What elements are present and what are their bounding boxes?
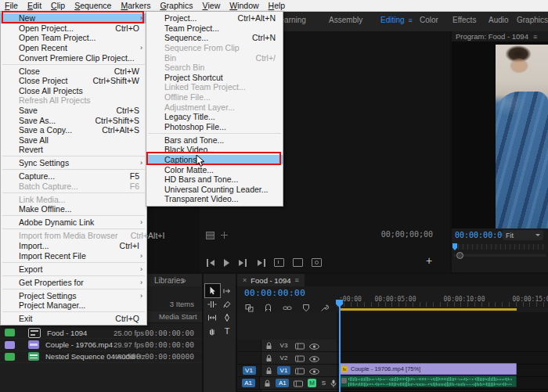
- track-target-badge[interactable]: V3: [277, 341, 290, 350]
- type-tool[interactable]: T: [220, 324, 235, 337]
- source-patch[interactable]: V1: [237, 365, 261, 376]
- menu-item[interactable]: Sequence From Clip: [146, 43, 283, 53]
- menu-item[interactable]: Refresh All Projects: [1, 95, 146, 106]
- program-scrubber[interactable]: [453, 244, 546, 250]
- label-color-chip[interactable]: [5, 353, 15, 361]
- menu-item[interactable]: Captions...: [146, 155, 283, 165]
- pen-tool[interactable]: [220, 311, 235, 324]
- menu-item[interactable]: Link Media...: [1, 195, 146, 205]
- menu-item[interactable]: Project Shortcut: [146, 73, 283, 83]
- panel-menu-icon[interactable]: ≡: [533, 33, 537, 41]
- source-patch-badge[interactable]: V1: [243, 366, 256, 375]
- voiceover-mic-icon[interactable]: [330, 376, 337, 390]
- column-media-start[interactable]: Media Start: [159, 312, 197, 321]
- menu-item[interactable]: Bin Ctrl+/: [146, 52, 283, 63]
- menu-item[interactable]: Open Team Project...: [1, 33, 146, 43]
- video-clip[interactable]: fx Couple - 19706.mp4 [75%]: [339, 363, 517, 375]
- razor-tool[interactable]: [220, 297, 235, 311]
- step-forward-icon[interactable]: [238, 259, 247, 267]
- menu-item[interactable]: Close Project Ctrl+Shift+W: [1, 76, 146, 86]
- menubar-item[interactable]: Graphics: [155, 0, 197, 11]
- menu-item[interactable]: Close Ctrl+W: [1, 66, 146, 76]
- workspace-tab[interactable]: Audio: [489, 16, 509, 24]
- timeline-timecode[interactable]: 00:00:00:00: [244, 288, 305, 298]
- mute-button[interactable]: M: [308, 379, 315, 387]
- selection-tool[interactable]: [205, 284, 220, 297]
- program-scrollbar[interactable]: [453, 254, 546, 257]
- menu-item[interactable]: Open Recent ›: [1, 43, 146, 53]
- menu-item[interactable]: Save As... Ctrl+Shift+S: [1, 115, 146, 125]
- sync-lock-icon[interactable]: [294, 376, 303, 390]
- menu-item[interactable]: Import... Ctrl+I: [1, 241, 146, 251]
- solo-button[interactable]: S: [322, 379, 326, 387]
- menu-item[interactable]: Get Properties for ›: [1, 277, 146, 287]
- track-target-badge[interactable]: V2: [277, 354, 290, 362]
- fx-badge[interactable]: fx: [341, 366, 348, 372]
- workspace-tab[interactable]: Effects: [452, 16, 476, 24]
- media-row[interactable]: Nested Sequence 04 Audio 48000 Hz 00:00:…: [0, 351, 202, 363]
- export-frame-icon[interactable]: [312, 258, 322, 267]
- close-icon[interactable]: ×: [243, 276, 247, 284]
- overwrite-icon[interactable]: [293, 258, 303, 267]
- menubar-item[interactable]: Help: [264, 0, 290, 11]
- fit-dropdown[interactable]: Fit: [503, 230, 543, 240]
- menubar-item[interactable]: Clip: [46, 0, 70, 11]
- hand-tool[interactable]: [205, 324, 220, 337]
- add-button[interactable]: +: [426, 254, 432, 267]
- menubar-item[interactable]: Edit: [23, 0, 46, 11]
- audio-clip[interactable]: [339, 376, 517, 387]
- menu-item[interactable]: Save All: [1, 135, 146, 146]
- menu-item[interactable]: Batch Capture... F6: [1, 182, 146, 192]
- menu-item[interactable]: Export ›: [1, 264, 146, 274]
- menubar-item[interactable]: Sequence: [70, 0, 116, 11]
- menu-item[interactable]: Project Manager...: [1, 300, 146, 311]
- menu-item[interactable]: Import from Media Browser Ctrl+Alt+I: [1, 231, 146, 241]
- workspace-tab[interactable]: Color: [420, 16, 438, 24]
- menubar-item[interactable]: Window: [225, 0, 263, 11]
- workspace-tab[interactable]: Assembly: [329, 16, 362, 24]
- sequence-tab[interactable]: × Food - 1094 ≡: [237, 274, 305, 286]
- source-patch-badge[interactable]: A1: [242, 379, 255, 387]
- plus-icon[interactable]: [221, 232, 228, 239]
- source-patch[interactable]: [237, 340, 261, 351]
- menu-item[interactable]: Save a Copy... Ctrl+Alt+S: [1, 125, 146, 135]
- label-color-chip[interactable]: [5, 341, 15, 349]
- go-to-out-icon[interactable]: [256, 259, 265, 267]
- play-icon[interactable]: [224, 259, 229, 267]
- menu-item[interactable]: Photoshop File...: [146, 122, 283, 132]
- menu-item[interactable]: Linked Team Project...: [146, 82, 283, 92]
- menu-item[interactable]: Transparent Video...: [146, 194, 283, 204]
- menu-item[interactable]: Convert Premiere Clip Project...: [1, 52, 146, 63]
- panel-menu-icon[interactable]: ≡: [295, 276, 299, 284]
- menu-item[interactable]: Save Ctrl+S: [1, 106, 146, 116]
- menubar-item[interactable]: Markers: [116, 0, 155, 11]
- menubar-item[interactable]: File: [0, 0, 23, 11]
- settings-grid-icon[interactable]: [206, 232, 215, 239]
- menu-item[interactable]: Project... Ctrl+Alt+N: [146, 13, 283, 23]
- menu-item[interactable]: Sequence... Ctrl+N: [146, 33, 283, 43]
- slip-tool[interactable]: [205, 311, 220, 324]
- work-area-bar[interactable]: [339, 308, 517, 311]
- insert-icon[interactable]: [274, 258, 284, 267]
- menu-item[interactable]: Open Project... Ctrl+O: [1, 23, 146, 34]
- track-lock-icon[interactable]: [264, 376, 271, 390]
- program-timecode[interactable]: 00:00:00:00: [455, 231, 507, 239]
- menu-item[interactable]: Capture... F5: [1, 171, 146, 182]
- menu-item[interactable]: Project Settings ›: [1, 290, 146, 300]
- workspace-menu-icon[interactable]: ≡: [409, 16, 413, 24]
- track-select-forward-tool[interactable]: [220, 284, 235, 297]
- menu-item[interactable]: Universal Counting Leader...: [146, 184, 283, 194]
- menu-item[interactable]: Close All Projects: [1, 86, 146, 96]
- menu-item[interactable]: Adjustment Layer...: [146, 102, 283, 112]
- media-row[interactable]: Couple - 19706.mp4 29.97 fps 00:00:00:00: [0, 339, 202, 351]
- tab-overflow-icon[interactable]: »: [182, 276, 186, 285]
- track-target-badge[interactable]: A1: [276, 379, 289, 387]
- fx-badge[interactable]: [341, 378, 347, 383]
- menubar-item[interactable]: View: [197, 0, 225, 11]
- ruler-ticks[interactable]: [337, 302, 548, 307]
- menu-item[interactable]: Search Bin: [146, 63, 283, 73]
- menu-item[interactable]: Bars and Tone...: [146, 135, 283, 146]
- menu-item[interactable]: New ›: [1, 13, 146, 23]
- tab-libraries[interactable]: Libraries: [154, 276, 184, 285]
- workspace-tab[interactable]: Graphics: [517, 16, 548, 24]
